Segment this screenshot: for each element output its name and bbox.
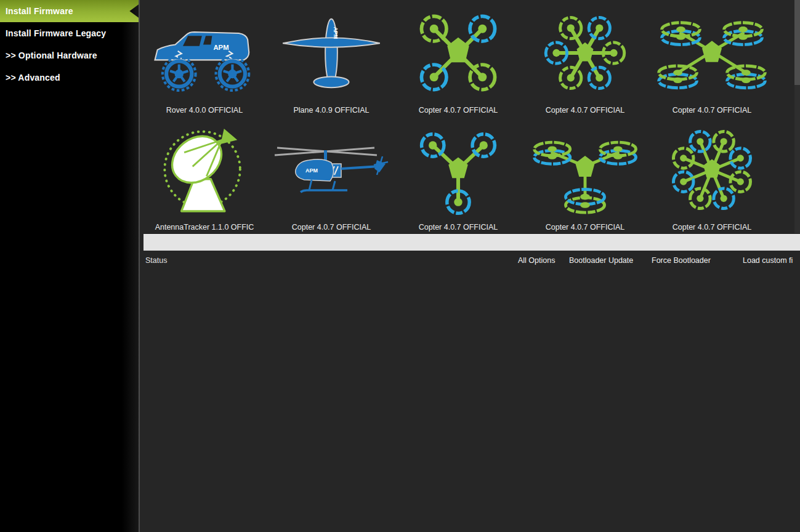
heli-icon: APM (268, 117, 395, 223)
firmware-tile-heli[interactable]: APM Copter 4.0.7 OFFICIAL (268, 117, 395, 234)
progress-bar (143, 234, 800, 251)
firmware-tile-label: Copter 4.0.7 OFFICIAL (419, 223, 498, 234)
firmware-tile-label: Rover 4.0.0 OFFICIAL (166, 106, 243, 117)
firmware-tile-label: Copter 4.0.7 OFFICIAL (673, 106, 752, 117)
firmware-tile-octocopter[interactable]: Copter 4.0.7 OFFICIAL (648, 117, 775, 234)
firmware-tile-hexacopter[interactable]: Copter 4.0.7 OFFICIAL (522, 0, 648, 117)
antenna-tracker-icon (141, 117, 268, 223)
sidebar-item-install-firmware-legacy[interactable]: Install Firmware Legacy (0, 22, 139, 44)
firmware-tile-label: Copter 4.0.7 OFFICIAL (546, 106, 625, 117)
sidebar-item-optional-hardware[interactable]: >> Optional Hardware (0, 44, 139, 66)
sidebar-item-label: >> Optional Hardware (6, 50, 97, 60)
status-label: Status (145, 256, 167, 265)
all-options-button[interactable]: All Options (518, 256, 555, 265)
bootloader-update-button[interactable]: Bootloader Update (569, 256, 633, 265)
octo-quad-icon (648, 0, 775, 106)
plane-icon: APM (268, 0, 395, 106)
hexacopter-icon (522, 0, 648, 106)
vertical-scrollbar[interactable] (794, 0, 800, 233)
svg-text:APM: APM (333, 27, 339, 39)
y6-icon (522, 117, 648, 223)
firmware-tile-antenna-tracker[interactable]: AntennaTracker 1.1.0 OFFIC (141, 117, 268, 234)
sidebar-item-label: >> Advanced (6, 73, 60, 83)
firmware-grid: APM (141, 0, 775, 234)
tricopter-icon (395, 117, 522, 223)
firmware-tile-label: AntennaTracker 1.1.0 OFFIC (155, 223, 254, 234)
sidebar: Install Firmware Install Firmware Legacy… (0, 0, 140, 532)
octocopter-icon (648, 117, 775, 223)
firmware-tile-y6[interactable]: Copter 4.0.7 OFFICIAL (522, 117, 648, 234)
load-custom-firmware-button[interactable]: Load custom fi (743, 256, 793, 265)
rover-icon: APM (141, 0, 268, 106)
svg-text:APM: APM (213, 44, 228, 51)
force-bootloader-button[interactable]: Force Bootloader (652, 256, 711, 265)
firmware-tile-label: Copter 4.0.7 OFFICIAL (419, 106, 498, 117)
quadcopter-icon (395, 0, 522, 106)
mission-planner-install-firmware-screen: Install Firmware Install Firmware Legacy… (0, 0, 800, 532)
sidebar-item-label: Install Firmware Legacy (6, 28, 106, 38)
svg-text:APM: APM (305, 167, 318, 174)
firmware-tile-plane[interactable]: APM Plane 4.0.9 OFFICIAL (268, 0, 395, 117)
firmware-tile-label: Copter 4.0.7 OFFICIAL (673, 223, 752, 234)
firmware-tile-quadcopter[interactable]: Copter 4.0.7 OFFICIAL (395, 0, 522, 117)
firmware-tile-label: Copter 4.0.7 OFFICIAL (546, 223, 625, 234)
sidebar-item-label: Install Firmware (6, 6, 73, 16)
scrollbar-thumb[interactable] (794, 0, 800, 85)
firmware-tile-label: Plane 4.0.9 OFFICIAL (294, 106, 370, 117)
firmware-tile-label: Copter 4.0.7 OFFICIAL (292, 223, 371, 234)
firmware-panel: APM (141, 0, 800, 532)
sidebar-item-install-firmware[interactable]: Install Firmware (0, 0, 139, 22)
sidebar-item-advanced[interactable]: >> Advanced (0, 66, 139, 89)
status-bar: Status All Options Bootloader Update For… (141, 251, 800, 269)
firmware-tile-rover[interactable]: APM (141, 0, 268, 117)
firmware-tile-octo-quad[interactable]: Copter 4.0.7 OFFICIAL (648, 0, 775, 117)
firmware-tile-tricopter[interactable]: Copter 4.0.7 OFFICIAL (395, 117, 522, 234)
